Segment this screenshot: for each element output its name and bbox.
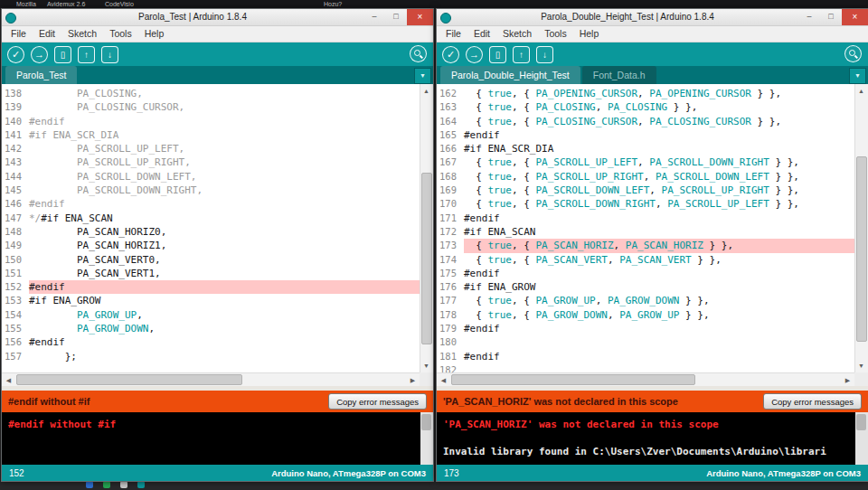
editor-horizontal-scrollbar[interactable]: ◀ ▶ (437, 372, 854, 386)
menu-file[interactable]: File (5, 26, 33, 42)
menu-edit[interactable]: Edit (467, 26, 496, 42)
code-line-150[interactable]: 150 PA_SCAN_VERT0, (2, 253, 420, 267)
menu-tools[interactable]: Tools (103, 26, 138, 42)
verify-button[interactable]: ✓ (442, 46, 459, 63)
code-line-146[interactable]: 146#endif (2, 197, 420, 211)
code-line-143[interactable]: 143 PA_SCROLL_UP_RIGHT, (2, 155, 420, 169)
taskbar-item[interactable]: Mozilla (16, 1, 36, 8)
scroll-down-arrow-icon[interactable]: ▼ (420, 359, 433, 372)
console-scrollbar[interactable] (855, 412, 868, 465)
code-line-175[interactable]: 175#endif (437, 267, 854, 280)
menu-sketch[interactable]: Sketch (61, 26, 103, 42)
tab-menu-button[interactable]: ▼ (849, 68, 866, 84)
minimize-button[interactable]: – (363, 9, 385, 25)
code-line-148[interactable]: 148 PA_SCAN_HORIZ0, (2, 225, 420, 239)
tab-parola_test[interactable]: Parola_Test (5, 66, 77, 84)
vertical-scroll-thumb[interactable] (421, 173, 432, 344)
code-line-178[interactable]: 178 { true, { PA_GROW_DOWN, PA_GROW_UP }… (437, 308, 854, 322)
code-line-165[interactable]: 165#endif (437, 128, 854, 142)
code-editor[interactable]: 162 { true, { PA_OPENING_CURSOR, PA_OPEN… (437, 84, 868, 386)
code-line-168[interactable]: 168 { true, { PA_SCROLL_UP_RIGHT, PA_SCR… (437, 170, 854, 184)
code-editor[interactable]: 138 PA_CLOSING,139 PA_CLOSING_CURSOR,140… (2, 84, 433, 386)
code-line-182[interactable]: 182 (437, 363, 854, 372)
menu-sketch[interactable]: Sketch (496, 26, 538, 42)
code-line-156[interactable]: 156#endif (2, 335, 420, 349)
console-scroll-thumb[interactable] (856, 414, 866, 430)
code-line-177[interactable]: 177 { true, { PA_GROW_UP, PA_GROW_DOWN }… (437, 294, 854, 307)
code-line-164[interactable]: 164 { true, { PA_CLOSING_CURSOR, PA_CLOS… (437, 115, 854, 128)
code-line-169[interactable]: 169 { true, { PA_SCROLL_DOWN_LEFT, PA_SC… (437, 184, 854, 197)
taskbar-item[interactable]: Avidemux 2.6 (47, 1, 85, 8)
minimize-button[interactable]: – (798, 9, 820, 25)
code-line-151[interactable]: 151 PA_SCAN_VERT1, (2, 267, 420, 280)
code-line-166[interactable]: 166#if ENA_SCR_DIA (437, 142, 854, 155)
code-line-170[interactable]: 170 { true, { PA_SCROLL_DOWN_RIGHT, PA_S… (437, 197, 854, 211)
upload-button[interactable]: → (466, 46, 483, 63)
code-line-149[interactable]: 149 PA_SCAN_HORIZ1, (2, 239, 420, 252)
console-scroll-thumb[interactable] (421, 414, 431, 430)
upload-button[interactable]: → (31, 46, 48, 63)
horizontal-scroll-thumb[interactable] (16, 374, 242, 385)
tab-parola_double_height_test[interactable]: Parola_Double_Height_Test (440, 66, 580, 84)
code-line-155[interactable]: 155 PA_GROW_DOWN, (2, 322, 420, 335)
new-sketch-button[interactable]: ▯ (489, 46, 506, 63)
serial-monitor-button[interactable] (410, 45, 427, 62)
editor-vertical-scrollbar[interactable]: ▲ ▼ (854, 84, 868, 372)
scroll-up-arrow-icon[interactable]: ▲ (854, 84, 868, 98)
code-line-152[interactable]: 152#endif (2, 280, 420, 294)
save-button[interactable]: ↓ (101, 46, 118, 63)
scroll-right-arrow-icon[interactable]: ▶ (406, 373, 420, 386)
close-button[interactable]: × (407, 9, 433, 25)
menu-help[interactable]: Help (573, 26, 606, 42)
scroll-up-arrow-icon[interactable]: ▲ (420, 84, 433, 98)
code-line-142[interactable]: 142 PA_SCROLL_UP_LEFT, (2, 142, 420, 155)
new-sketch-button[interactable]: ▯ (54, 46, 71, 63)
menu-file[interactable]: File (439, 26, 467, 42)
code-line-141[interactable]: 141#if ENA_SCR_DIA (2, 128, 420, 142)
code-line-139[interactable]: 139 PA_CLOSING_CURSOR, (2, 100, 420, 114)
taskbar-item[interactable]: CodeVisio (105, 1, 134, 8)
maximize-button[interactable]: □ (820, 9, 842, 25)
taskbar-icon[interactable] (86, 481, 93, 488)
editor-vertical-scrollbar[interactable]: ▲ ▼ (420, 84, 433, 372)
maximize-button[interactable]: □ (385, 9, 407, 25)
scroll-left-arrow-icon[interactable]: ◀ (2, 373, 15, 386)
code-line-172[interactable]: 172#if ENA_SCAN (437, 225, 854, 239)
open-button[interactable]: ↑ (78, 46, 95, 63)
verify-button[interactable]: ✓ (7, 46, 24, 63)
taskbar-icon[interactable] (137, 481, 145, 488)
editor-horizontal-scrollbar[interactable]: ◀ ▶ (2, 372, 420, 386)
tab-font_data.h[interactable]: Font_Data.h (582, 66, 656, 84)
menu-tools[interactable]: Tools (538, 26, 573, 42)
taskbar-item[interactable]: Hozu? (324, 1, 342, 8)
taskbar-icon[interactable] (103, 481, 110, 488)
code-line-174[interactable]: 174 { true, { PA_SCAN_VERT, PA_SCAN_VERT… (437, 253, 854, 267)
open-button[interactable]: ↑ (513, 46, 530, 63)
scroll-left-arrow-icon[interactable]: ◀ (437, 373, 450, 386)
code-area[interactable]: 138 PA_CLOSING,139 PA_CLOSING_CURSOR,140… (2, 84, 420, 372)
code-line-145[interactable]: 145 PA_SCROLL_DOWN_RIGHT, (2, 184, 420, 197)
code-line-176[interactable]: 176#if ENA_GROW (437, 280, 854, 294)
menu-help[interactable]: Help (138, 26, 171, 42)
code-line-167[interactable]: 167 { true, { PA_SCROLL_UP_LEFT, PA_SCRO… (437, 155, 854, 169)
code-line-181[interactable]: 181#endif (437, 350, 854, 363)
vertical-scroll-thumb[interactable] (856, 156, 867, 342)
code-line-153[interactable]: 153#if ENA_GROW (2, 294, 420, 307)
code-line-180[interactable]: 180 (437, 335, 854, 349)
code-line-140[interactable]: 140#endif (2, 115, 420, 128)
titlebar[interactable]: Parola_Double_Height_Test | Arduino 1.8.… (437, 9, 868, 26)
code-line-162[interactable]: 162 { true, { PA_OPENING_CURSOR, PA_OPEN… (437, 87, 854, 100)
taskbar-icon[interactable] (120, 481, 127, 488)
code-line-173[interactable]: 173 { true, { PA_SCAN_HORIZ, PA_SCAN_HOR… (437, 239, 854, 252)
copy-error-messages-button[interactable]: Copy error messages (328, 393, 427, 410)
code-line-179[interactable]: 179#endif (437, 322, 854, 335)
close-button[interactable]: × (842, 9, 868, 25)
code-line-163[interactable]: 163 { true, { PA_CLOSING, PA_CLOSING } }… (437, 100, 854, 114)
code-area[interactable]: 162 { true, { PA_OPENING_CURSOR, PA_OPEN… (437, 84, 854, 372)
code-line-138[interactable]: 138 PA_CLOSING, (2, 87, 420, 100)
save-button[interactable]: ↓ (536, 46, 553, 63)
code-line-147[interactable]: 147*/#if ENA_SCAN (2, 212, 420, 225)
scroll-right-arrow-icon[interactable]: ▶ (841, 373, 854, 386)
tab-menu-button[interactable]: ▼ (414, 68, 431, 84)
serial-monitor-button[interactable] (844, 45, 862, 62)
